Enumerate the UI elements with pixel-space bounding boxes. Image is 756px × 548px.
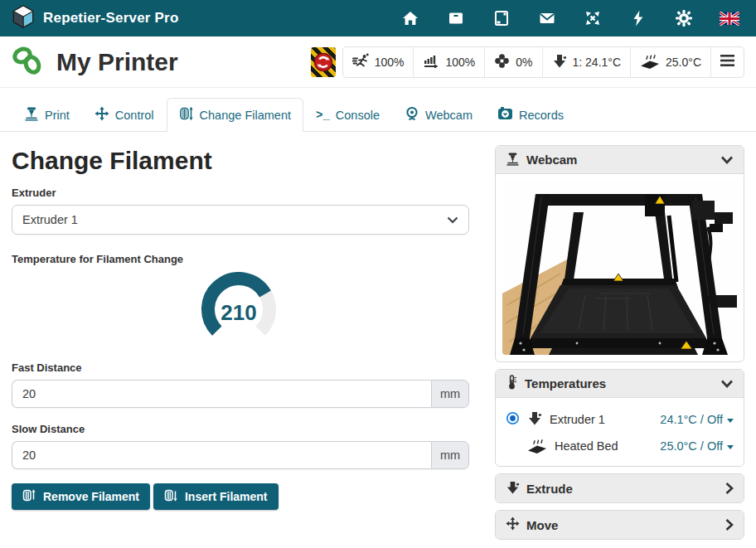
tab-label: Control (115, 109, 154, 122)
brand-link[interactable]: Repetier-Server Pro (12, 5, 178, 32)
home-icon[interactable] (400, 8, 420, 28)
printer-icon (506, 152, 520, 168)
print-icon (24, 106, 39, 124)
webcam-icon (405, 106, 419, 124)
move-panel-title: Move (526, 518, 558, 532)
speed-icon (352, 53, 369, 71)
slow-distance-input[interactable] (12, 441, 431, 469)
flow-badge[interactable]: 100% (413, 47, 484, 77)
tab-console[interactable]: >_ Console (303, 98, 392, 132)
filament-up-icon (22, 488, 36, 505)
settings-icon[interactable] (674, 8, 694, 28)
extruder-icon (506, 480, 520, 497)
extruder-icon (527, 410, 542, 429)
chevron-right-icon (725, 482, 734, 495)
caret-down-icon (727, 445, 734, 449)
page-title: My Printer (56, 48, 178, 76)
move-panel-header[interactable]: Move (496, 511, 744, 539)
extrude-panel-title: Extrude (526, 482, 573, 496)
printer-header: My Printer (0, 36, 756, 88)
records-icon (497, 106, 513, 124)
temperature-row-bed: Heated Bed 25.0°C / Off (506, 433, 734, 459)
caret-down-icon (727, 419, 734, 423)
flow-value: 100% (445, 56, 475, 69)
remove-filament-label: Remove Filament (43, 490, 139, 503)
fast-distance-unit: mm (431, 380, 469, 408)
extrude-panel-header[interactable]: Extrude (496, 474, 744, 502)
printer-tabs: Print Control (0, 88, 756, 132)
chevron-down-icon (720, 380, 734, 388)
webcam-panel-title: Webcam (526, 153, 577, 167)
fan-value: 0% (516, 56, 532, 69)
radio-selected-icon[interactable] (506, 411, 520, 428)
hamburger-icon (720, 55, 734, 69)
filament-icon (179, 106, 194, 124)
tab-print[interactable]: Print (12, 98, 82, 132)
tab-label: Change Filament (200, 109, 291, 122)
top-navbar: Repetier-Server Pro (0, 0, 756, 36)
printer-menu-button[interactable] (710, 47, 744, 77)
tab-webcam[interactable]: Webcam (392, 98, 485, 132)
slow-distance-unit: mm (431, 441, 469, 469)
tab-change-filament[interactable]: Change Filament (167, 98, 303, 132)
filament-down-icon (164, 488, 178, 505)
connection-status-icon (12, 46, 43, 79)
chevron-right-icon (725, 518, 734, 531)
temperatures-panel: Temperatures (495, 369, 744, 467)
fan-badge[interactable]: 0% (484, 47, 541, 77)
extruder-select-value: Extruder 1 (22, 213, 78, 226)
extruder-label: Extruder (12, 187, 469, 199)
brand-title: Repetier-Server Pro (43, 10, 178, 27)
temperature-dial[interactable]: 210 (196, 272, 282, 348)
emergency-stop-button[interactable] (311, 47, 336, 77)
extrude-panel: Extrude (495, 473, 744, 503)
insert-filament-label: Insert Filament (185, 490, 268, 503)
extruder-icon (552, 53, 567, 71)
move-panel: Move (495, 510, 744, 540)
printers-icon[interactable] (446, 8, 466, 28)
tab-control[interactable]: Control (82, 98, 167, 132)
thermometer-icon (506, 375, 518, 392)
temperature-label: Temperature for Filament Change (12, 253, 469, 265)
insert-filament-button[interactable]: Insert Filament (153, 483, 279, 510)
heated-bed-icon (527, 437, 547, 456)
extruder-temp-badge[interactable]: 1: 24.1°C (542, 47, 631, 77)
fullscreen-icon[interactable] (583, 8, 603, 28)
speed-value: 100% (375, 56, 405, 69)
flow-icon (423, 53, 439, 70)
heated-bed-icon (640, 52, 660, 71)
bed-temp-badge[interactable]: 25.0°C (630, 47, 710, 77)
move-icon (94, 106, 109, 124)
extruder-select[interactable]: Extruder 1 (12, 205, 469, 235)
chevron-down-icon (447, 213, 458, 226)
page-heading: Change Filament (12, 147, 469, 175)
temperature-row-name: Heated Bed (555, 439, 618, 453)
bed-temp-text: 25.0°C / Off (660, 439, 723, 453)
temperatures-panel-title: Temperatures (525, 376, 606, 390)
extruder-temp-value: 1: 24.1°C (573, 56, 622, 69)
temperature-row-extruder: Extruder 1 24.1°C / Off (506, 406, 734, 433)
fast-distance-input[interactable] (12, 380, 431, 408)
webcam-image (502, 181, 737, 355)
speed-badge[interactable]: 100% (343, 47, 414, 77)
language-flag-icon[interactable] (720, 8, 739, 28)
messages-icon[interactable] (537, 8, 557, 28)
manual-icon[interactable] (492, 8, 511, 28)
tab-records[interactable]: Records (485, 98, 576, 132)
chevron-down-icon (720, 156, 734, 164)
power-icon[interactable] (628, 8, 648, 28)
bed-temp-dropdown[interactable]: 25.0°C / Off (660, 439, 734, 453)
webcam-panel-header[interactable]: Webcam (496, 146, 744, 174)
fast-distance-label: Fast Distance (12, 361, 469, 374)
temperature-row-name: Extruder 1 (550, 413, 605, 426)
temperatures-panel-header[interactable]: Temperatures (496, 370, 744, 398)
webcam-panel: Webcam (495, 145, 744, 362)
fan-icon (494, 53, 510, 71)
console-icon: >_ (316, 109, 330, 122)
remove-filament-button[interactable]: Remove Filament (12, 483, 150, 510)
extruder-temp-dropdown[interactable]: 24.1°C / Off (660, 413, 734, 426)
bed-temp-value: 25.0°C (666, 56, 701, 69)
move-icon (506, 516, 520, 533)
extruder-temp-text: 24.1°C / Off (660, 413, 723, 426)
slow-distance-label: Slow Distance (12, 423, 469, 435)
